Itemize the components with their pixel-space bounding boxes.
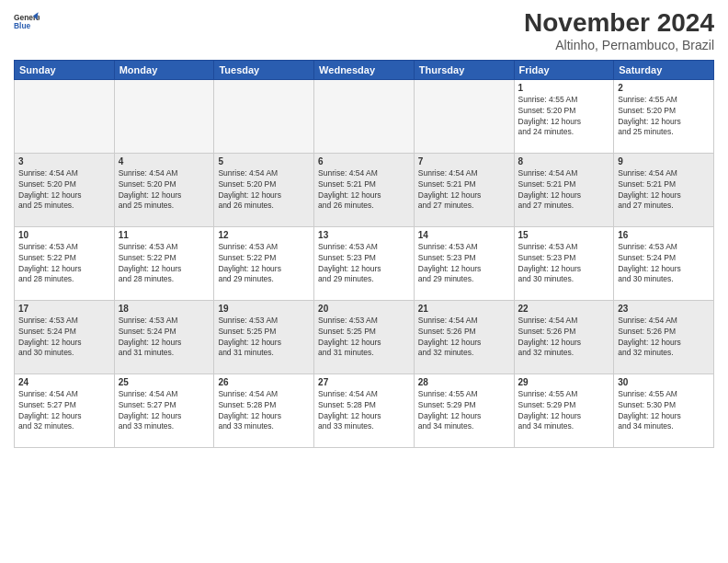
calendar-cell: 15Sunrise: 4:53 AMSunset: 5:23 PMDayligh… (514, 226, 614, 300)
calendar-cell: 2Sunrise: 4:55 AMSunset: 5:20 PMDaylight… (614, 79, 714, 153)
day-number: 24 (18, 377, 110, 387)
day-info: Sunrise: 4:54 AMSunset: 5:28 PMDaylight:… (318, 389, 410, 433)
day-info: Sunrise: 4:53 AMSunset: 5:22 PMDaylight:… (119, 242, 210, 286)
day-info: Sunrise: 4:53 AMSunset: 5:24 PMDaylight:… (119, 316, 210, 360)
weekday-header-friday: Friday (514, 60, 614, 79)
day-number: 11 (119, 230, 210, 240)
month-title: November 2024 (524, 9, 714, 38)
day-number: 30 (618, 377, 710, 387)
calendar-cell (214, 79, 314, 153)
calendar-cell: 30Sunrise: 4:55 AMSunset: 5:30 PMDayligh… (614, 373, 714, 447)
week-row-2: 3Sunrise: 4:54 AMSunset: 5:20 PMDaylight… (15, 153, 714, 226)
day-number: 6 (318, 156, 410, 167)
day-info: Sunrise: 4:54 AMSunset: 5:21 PMDaylight:… (618, 168, 710, 213)
day-number: 3 (18, 156, 110, 167)
calendar-cell: 24Sunrise: 4:54 AMSunset: 5:27 PMDayligh… (15, 373, 115, 447)
logo-icon: General Blue (14, 9, 40, 35)
day-number: 7 (418, 156, 510, 167)
day-number: 5 (218, 156, 310, 167)
calendar-cell: 8Sunrise: 4:54 AMSunset: 5:21 PMDaylight… (514, 153, 614, 226)
calendar-cell (15, 79, 115, 153)
day-info: Sunrise: 4:55 AMSunset: 5:30 PMDaylight:… (618, 389, 710, 433)
day-number: 27 (318, 377, 410, 387)
week-row-5: 24Sunrise: 4:54 AMSunset: 5:27 PMDayligh… (15, 373, 714, 447)
day-info: Sunrise: 4:54 AMSunset: 5:28 PMDaylight:… (218, 389, 310, 433)
title-block: November 2024 Altinho, Pernambuco, Brazi… (524, 9, 714, 52)
calendar-cell: 5Sunrise: 4:54 AMSunset: 5:20 PMDaylight… (214, 153, 314, 226)
day-number: 12 (218, 230, 310, 240)
day-number: 28 (418, 377, 510, 387)
week-row-4: 17Sunrise: 4:53 AMSunset: 5:24 PMDayligh… (15, 300, 714, 373)
calendar-cell (414, 79, 514, 153)
day-number: 17 (18, 304, 110, 314)
day-info: Sunrise: 4:54 AMSunset: 5:27 PMDaylight:… (119, 389, 210, 433)
day-info: Sunrise: 4:53 AMSunset: 5:25 PMDaylight:… (218, 316, 310, 360)
calendar-cell: 22Sunrise: 4:54 AMSunset: 5:26 PMDayligh… (514, 300, 614, 373)
calendar-cell: 20Sunrise: 4:53 AMSunset: 5:25 PMDayligh… (314, 300, 415, 373)
header: General Blue November 2024 Altinho, Pern… (14, 9, 714, 52)
day-info: Sunrise: 4:55 AMSunset: 5:29 PMDaylight:… (518, 389, 610, 433)
day-number: 29 (518, 377, 610, 387)
calendar-table: SundayMondayTuesdayWednesdayThursdayFrid… (14, 60, 714, 448)
day-number: 26 (218, 377, 310, 387)
day-number: 18 (119, 304, 210, 314)
day-number: 8 (518, 156, 610, 167)
day-info: Sunrise: 4:53 AMSunset: 5:24 PMDaylight:… (618, 242, 710, 286)
day-info: Sunrise: 4:53 AMSunset: 5:23 PMDaylight:… (518, 242, 610, 286)
calendar-cell: 7Sunrise: 4:54 AMSunset: 5:21 PMDaylight… (414, 153, 514, 226)
day-number: 15 (518, 230, 610, 240)
calendar-cell: 9Sunrise: 4:54 AMSunset: 5:21 PMDaylight… (614, 153, 714, 226)
calendar-cell: 11Sunrise: 4:53 AMSunset: 5:22 PMDayligh… (114, 226, 214, 300)
logo: General Blue (14, 9, 40, 35)
day-number: 25 (119, 377, 210, 387)
calendar-cell: 6Sunrise: 4:54 AMSunset: 5:21 PMDaylight… (314, 153, 415, 226)
day-info: Sunrise: 4:54 AMSunset: 5:26 PMDaylight:… (418, 316, 510, 360)
day-info: Sunrise: 4:53 AMSunset: 5:23 PMDaylight:… (318, 242, 410, 286)
day-number: 21 (418, 304, 510, 314)
day-number: 1 (518, 83, 610, 93)
day-info: Sunrise: 4:54 AMSunset: 5:20 PMDaylight:… (18, 168, 110, 213)
calendar-cell: 25Sunrise: 4:54 AMSunset: 5:27 PMDayligh… (114, 373, 214, 447)
weekday-header-wednesday: Wednesday (314, 60, 415, 79)
day-info: Sunrise: 4:53 AMSunset: 5:25 PMDaylight:… (318, 316, 410, 360)
weekday-header-sunday: Sunday (15, 60, 115, 79)
day-number: 14 (418, 230, 510, 240)
week-row-1: 1Sunrise: 4:55 AMSunset: 5:20 PMDaylight… (15, 79, 714, 153)
calendar-cell: 21Sunrise: 4:54 AMSunset: 5:26 PMDayligh… (414, 300, 514, 373)
calendar-cell: 10Sunrise: 4:53 AMSunset: 5:22 PMDayligh… (15, 226, 115, 300)
day-info: Sunrise: 4:54 AMSunset: 5:20 PMDaylight:… (218, 168, 310, 213)
day-info: Sunrise: 4:53 AMSunset: 5:22 PMDaylight:… (18, 242, 110, 286)
day-info: Sunrise: 4:54 AMSunset: 5:21 PMDaylight:… (318, 168, 410, 213)
calendar-cell: 13Sunrise: 4:53 AMSunset: 5:23 PMDayligh… (314, 226, 415, 300)
location: Altinho, Pernambuco, Brazil (524, 38, 714, 52)
weekday-header-monday: Monday (114, 60, 214, 79)
calendar-cell: 18Sunrise: 4:53 AMSunset: 5:24 PMDayligh… (114, 300, 214, 373)
day-number: 20 (318, 304, 410, 314)
calendar-cell: 14Sunrise: 4:53 AMSunset: 5:23 PMDayligh… (414, 226, 514, 300)
calendar-cell: 23Sunrise: 4:54 AMSunset: 5:26 PMDayligh… (614, 300, 714, 373)
calendar-cell: 1Sunrise: 4:55 AMSunset: 5:20 PMDaylight… (514, 79, 614, 153)
day-number: 22 (518, 304, 610, 314)
day-number: 10 (18, 230, 110, 240)
calendar-cell: 3Sunrise: 4:54 AMSunset: 5:20 PMDaylight… (15, 153, 115, 226)
calendar-cell: 17Sunrise: 4:53 AMSunset: 5:24 PMDayligh… (15, 300, 115, 373)
day-number: 13 (318, 230, 410, 240)
day-info: Sunrise: 4:55 AMSunset: 5:29 PMDaylight:… (418, 389, 510, 433)
day-info: Sunrise: 4:54 AMSunset: 5:21 PMDaylight:… (518, 168, 610, 213)
week-row-3: 10Sunrise: 4:53 AMSunset: 5:22 PMDayligh… (15, 226, 714, 300)
day-number: 23 (618, 304, 710, 314)
day-info: Sunrise: 4:55 AMSunset: 5:20 PMDaylight:… (618, 95, 710, 139)
svg-text:Blue: Blue (14, 21, 30, 30)
calendar-cell (114, 79, 214, 153)
calendar-cell: 12Sunrise: 4:53 AMSunset: 5:22 PMDayligh… (214, 226, 314, 300)
day-info: Sunrise: 4:54 AMSunset: 5:21 PMDaylight:… (418, 168, 510, 213)
weekday-header-thursday: Thursday (414, 60, 514, 79)
weekday-header-tuesday: Tuesday (214, 60, 314, 79)
weekday-header-row: SundayMondayTuesdayWednesdayThursdayFrid… (15, 60, 714, 79)
calendar-cell: 19Sunrise: 4:53 AMSunset: 5:25 PMDayligh… (214, 300, 314, 373)
day-info: Sunrise: 4:53 AMSunset: 5:23 PMDaylight:… (418, 242, 510, 286)
calendar-cell (314, 79, 415, 153)
day-info: Sunrise: 4:54 AMSunset: 5:20 PMDaylight:… (119, 168, 210, 213)
day-info: Sunrise: 4:54 AMSunset: 5:26 PMDaylight:… (618, 316, 710, 360)
calendar-cell: 16Sunrise: 4:53 AMSunset: 5:24 PMDayligh… (614, 226, 714, 300)
